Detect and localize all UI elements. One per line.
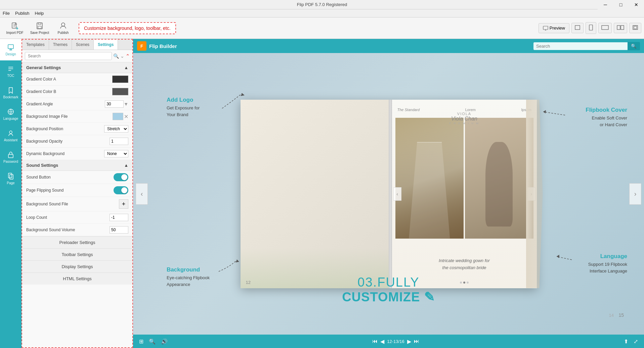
import-pdf-button[interactable]: Import PDF [3, 19, 27, 38]
callout-language: Language Support 19 FlipbookInterface La… [588, 253, 627, 274]
sound-toggle-button[interactable]: 🔊 [159, 337, 170, 346]
background-opacity-row: Background Opacity [22, 135, 132, 148]
fullscreen-button[interactable]: ⤢ [632, 337, 640, 346]
flip-search-button[interactable]: 🔍 [628, 42, 640, 50]
sidebar-item-design[interactable]: Design [0, 39, 22, 60]
sound-button-label: Sound Button [26, 175, 114, 180]
loop-count-input[interactable] [110, 214, 128, 221]
sound-settings-header[interactable]: Sound Settings ▲ [22, 160, 132, 171]
svg-marker-22 [557, 255, 559, 258]
page-flipping-sound-toggle[interactable] [114, 186, 128, 194]
gradient-angle-input[interactable] [105, 100, 124, 108]
tab-themes[interactable]: Themes [49, 40, 72, 50]
general-settings-header[interactable]: General Settings ▲ [22, 62, 132, 73]
tab-scenes[interactable]: Scenes [72, 40, 94, 50]
preview-icon [543, 26, 548, 31]
background-sound-add-button[interactable]: + [119, 199, 128, 209]
split-icon [617, 25, 624, 30]
background-opacity-input[interactable] [110, 138, 128, 145]
maximize-button[interactable]: □ [613, 0, 629, 9]
settings-search-input[interactable] [25, 52, 112, 60]
svg-rect-9 [617, 26, 620, 30]
sidebar-item-assistant[interactable]: Assistant [0, 125, 22, 146]
flip-builder-logo: F Flip Builder [137, 41, 177, 51]
settings-search-button[interactable]: 🔍 [113, 53, 119, 59]
prev-page-button[interactable]: ◀ [380, 338, 384, 345]
grid-view-button[interactable]: ⊞ [137, 337, 145, 346]
save-icon [36, 22, 44, 30]
close-button[interactable]: ✕ [629, 0, 644, 9]
publish-button[interactable]: Publish [52, 19, 74, 38]
menu-file[interactable]: File [3, 11, 10, 16]
tab-settings[interactable]: Settings [94, 40, 118, 50]
design-icon [7, 44, 14, 51]
html-settings-button[interactable]: HTML Settings [22, 272, 132, 285]
book-nav-left[interactable]: ‹ [393, 187, 401, 201]
gradient-color-b-label: Gradient Color B [26, 89, 112, 94]
dynamic-background-row: Dynamic Background None Snow Rain [22, 148, 132, 160]
page-turn-effect [526, 100, 543, 288]
last-page-button[interactable]: ⏭ [414, 338, 419, 344]
display-settings-button[interactable]: Display Settings [22, 260, 132, 272]
sound-settings-collapse-icon: ▲ [124, 163, 128, 168]
minimize-button[interactable]: ─ [598, 0, 613, 9]
import-icon [11, 22, 19, 30]
preloader-settings-button[interactable]: Preloader Settings [22, 236, 132, 248]
tooltip-box: Customize background, logo, toolbar, etc… [79, 22, 176, 34]
assistant-icon [7, 130, 14, 137]
callout-background: Background Eye-catching FlipbookAppearan… [167, 266, 210, 288]
background-image-preview[interactable] [113, 113, 123, 120]
share-button[interactable]: ⬆ [622, 337, 630, 346]
toolbar-settings-button[interactable]: Toolbar Settings [22, 248, 132, 260]
flip-search-input[interactable] [533, 42, 628, 50]
svg-rect-5 [543, 26, 548, 30]
mobile-icon [589, 24, 593, 31]
view-mode-4[interactable] [614, 23, 627, 33]
next-page-button[interactable]: ▶ [407, 338, 411, 345]
view-mode-5[interactable] [629, 23, 641, 33]
menu-help[interactable]: Help [35, 11, 44, 16]
page-number-14: 14 [609, 313, 614, 318]
svg-rect-7 [589, 25, 593, 30]
dynamic-background-select[interactable]: None Snow Rain [104, 150, 128, 157]
svg-point-4 [61, 23, 65, 26]
gradient-color-b-swatch[interactable] [112, 88, 128, 95]
background-image-clear-button[interactable]: ✕ [124, 113, 128, 120]
sidebar-item-password[interactable]: Password [0, 146, 22, 168]
sidebar-item-bookmark[interactable]: Bookmark [0, 82, 22, 103]
background-image-row: Background Image File ✕ [22, 110, 132, 123]
flip-builder-header: F Flip Builder 🔍 [133, 39, 644, 53]
preview-button[interactable]: Preview [539, 23, 569, 33]
gradient-color-a-swatch[interactable] [112, 76, 128, 83]
sound-button-toggle[interactable] [114, 173, 128, 181]
sidebar-item-page[interactable]: Page [0, 168, 22, 189]
save-project-button[interactable]: Save Project [28, 19, 52, 38]
settings-expand-button[interactable]: ⌃ [126, 53, 130, 59]
gradient-color-a-row: Gradient Color A [22, 73, 132, 86]
tab-templates[interactable]: Templates [22, 40, 49, 50]
page-icon [7, 172, 14, 180]
single-page-icon [574, 25, 581, 30]
svg-rect-18 [8, 173, 12, 178]
loop-count-row: Loop Count [22, 211, 132, 224]
general-settings-collapse-icon: ▲ [124, 65, 128, 70]
app-title: Flip PDF 5.7.0 Registered [297, 2, 347, 7]
background-sound-volume-input[interactable] [110, 226, 128, 234]
svg-rect-10 [621, 26, 624, 30]
view-mode-1[interactable] [571, 23, 584, 33]
first-page-button[interactable]: ⏮ [372, 338, 378, 344]
sidebar-item-language[interactable]: Language [0, 103, 22, 125]
loop-count-label: Loop Count [26, 215, 110, 220]
background-position-row: Background Position Stretch Center Tile … [22, 123, 132, 135]
page-left: 12 [241, 100, 389, 288]
background-sound-volume-row: Background Sound Volume [22, 224, 132, 236]
sidebar-item-toc[interactable]: TOC [0, 60, 22, 82]
viewer-nav-prev[interactable]: ‹ [136, 183, 148, 205]
settings-collapse-button[interactable]: ⌄ [120, 53, 124, 59]
viewer-nav-next[interactable]: › [629, 183, 641, 205]
view-mode-3[interactable] [598, 23, 612, 33]
background-position-select[interactable]: Stretch Center Tile Fit [104, 125, 128, 133]
view-mode-2[interactable] [586, 22, 596, 34]
zoom-in-button[interactable]: 🔍 [147, 337, 158, 346]
menu-publish[interactable]: Publish [15, 11, 30, 16]
